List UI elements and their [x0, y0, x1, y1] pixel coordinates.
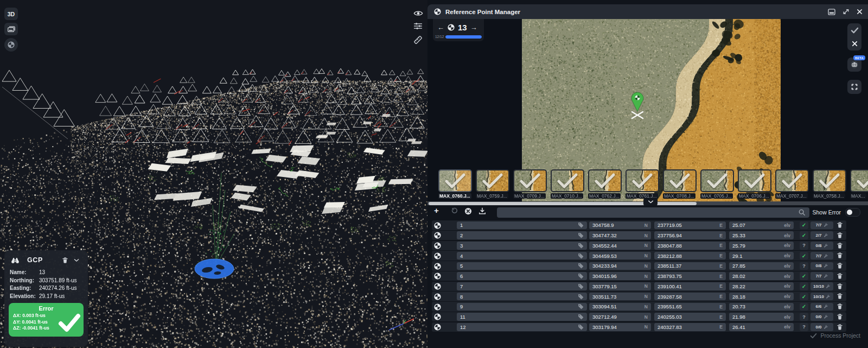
elevation-field[interactable]: 25.07 elv [729, 222, 794, 230]
table-row[interactable]: 5 304233.94 N 238511.37 E 27.85 elv ? 0/… [432, 261, 846, 271]
dock-panel-icon[interactable] [828, 9, 835, 15]
export-download-button[interactable] [478, 207, 486, 215]
delete-point-button[interactable] [837, 293, 843, 300]
tag-icon[interactable] [578, 324, 584, 330]
image-thumbnail[interactable]: MAX_0705.J... [700, 169, 734, 199]
table-row[interactable]: 2 304747.32 N 237756.94 E 25.33 elv ✓ 2/… [432, 231, 846, 241]
delete-point-button[interactable] [837, 252, 843, 259]
point-name-field[interactable]: 3 [457, 242, 587, 250]
northing-field[interactable]: 304459.53 N [589, 252, 651, 260]
binoculars-icon[interactable] [11, 257, 20, 264]
delete-point-button[interactable] [837, 313, 843, 320]
northing-field[interactable]: 304552.44 N [589, 242, 651, 250]
image-thumbnail[interactable]: MAX_0759.J... [476, 169, 509, 199]
point-name-field[interactable]: 12 [457, 323, 587, 331]
confirm-tag-button[interactable] [847, 23, 861, 37]
point-name-field[interactable]: 6 [457, 272, 587, 280]
elevation-field[interactable]: 20.73 elv [729, 303, 794, 311]
caret-down-icon[interactable] [74, 258, 79, 262]
fullscreen-button[interactable] [847, 80, 861, 94]
easting-field[interactable]: 239100.41 E [654, 282, 726, 290]
table-row[interactable]: 9 303094.51 N 239551.65 E 20.73 elv ✓ 6/… [432, 302, 846, 312]
northing-field[interactable]: 302712.49 N [589, 313, 651, 321]
undo-button[interactable] [450, 207, 458, 215]
tag-icon[interactable] [578, 232, 584, 238]
easting-field[interactable]: 237719.05 E [654, 222, 726, 230]
image-thumbnail[interactable]: MAX_0710.J... [551, 169, 584, 199]
table-row[interactable]: 11 302712.49 N 240255.03 E 21.98 elv ? 0… [432, 312, 846, 322]
image-thumbnail[interactable]: MAX... [850, 169, 868, 199]
image-count-pill[interactable]: 7/7 [810, 222, 833, 230]
wrench-icon[interactable] [826, 294, 831, 299]
image-count-pill[interactable]: 10/10 [810, 282, 833, 290]
tag-icon[interactable] [578, 283, 584, 289]
wrench-icon[interactable] [824, 263, 828, 268]
table-row[interactable]: 8 303511.73 N 239287.58 E 28.18 elv ✓ 10… [432, 292, 846, 301]
table-row[interactable]: 12 303179.94 N 240327.83 E 26.41 elv ? 0… [432, 322, 846, 332]
tag-icon[interactable] [578, 222, 584, 228]
collapse-thumbnails-button[interactable] [643, 198, 658, 205]
northing-field[interactable]: 303511.73 N [589, 293, 651, 301]
wrench-icon[interactable] [824, 233, 828, 238]
wrench-icon[interactable] [824, 325, 828, 330]
northing-field[interactable]: 303779.15 N [589, 282, 651, 290]
delete-point-button[interactable] [837, 273, 843, 280]
tag-icon[interactable] [578, 303, 584, 309]
image-count-pill[interactable]: 0/0 [810, 323, 833, 331]
prev-point-button[interactable]: ← [437, 24, 444, 31]
image-count-pill[interactable]: 10/10 [810, 293, 833, 301]
elevation-field[interactable]: 29.1 elv [729, 252, 794, 260]
tag-icon[interactable] [578, 243, 584, 249]
image-count-pill[interactable]: 6/6 [810, 303, 833, 311]
table-row[interactable]: 3 304552.44 N 238047.88 E 25.79 elv ? 0/… [432, 241, 846, 251]
show-error-toggle[interactable] [845, 208, 860, 217]
table-row[interactable]: 7 303779.15 N 239100.41 E 28.22 elv ✓ 10… [432, 282, 846, 292]
visibility-eye-icon[interactable] [413, 10, 423, 17]
wrench-icon[interactable] [824, 304, 828, 309]
easting-field[interactable]: 238047.88 E [654, 242, 726, 250]
point-name-field[interactable]: 7 [457, 282, 587, 290]
point-name-field[interactable]: 11 [457, 313, 587, 321]
elevation-field[interactable]: 26.41 elv [729, 323, 794, 331]
delete-point-button[interactable] [837, 242, 843, 249]
elevation-field[interactable]: 25.33 elv [729, 231, 794, 239]
table-row[interactable]: 6 304015.96 N 238793.75 E 28.02 elv ✓ 7/… [432, 271, 846, 281]
image-count-pill[interactable]: 7/7 [810, 272, 833, 280]
point-name-field[interactable]: 5 [457, 262, 587, 270]
image-count-pill[interactable]: 0/8 [810, 242, 833, 250]
easting-field[interactable]: 239551.65 E [654, 303, 726, 311]
elevation-field[interactable]: 28.02 elv [729, 272, 794, 280]
easting-field[interactable]: 238212.88 E [654, 252, 726, 260]
image-count-pill[interactable]: 0/0 [810, 313, 833, 321]
wrench-icon[interactable] [826, 284, 831, 289]
easting-field[interactable]: 237756.94 E [654, 231, 726, 239]
easting-field[interactable]: 240327.83 E [654, 323, 726, 331]
delete-point-button[interactable] [837, 324, 843, 331]
auto-detect-beta-button[interactable]: BETA [847, 58, 861, 72]
delete-point-button[interactable] [837, 303, 843, 310]
image-thumbnail[interactable]: MAX_0709.J... [513, 169, 547, 199]
elevation-field[interactable]: 28.22 elv [729, 282, 794, 290]
wrench-icon[interactable] [824, 274, 828, 279]
wrench-icon[interactable] [824, 314, 828, 319]
next-point-button[interactable]: → [470, 24, 477, 31]
image-count-pill[interactable]: 7/7 [810, 252, 833, 260]
add-point-button[interactable]: + [434, 206, 439, 215]
photos-button[interactable] [4, 23, 18, 35]
northing-field[interactable]: 303094.51 N [589, 303, 651, 311]
view-3d-button[interactable]: 3D [4, 8, 18, 20]
image-thumbnail[interactable]: MAX_0760.J... [438, 169, 472, 199]
table-row[interactable]: 4 304459.53 N 238212.88 E 29.1 elv ✓ 7/7 [432, 251, 846, 261]
reject-tag-button[interactable] [847, 37, 861, 50]
tag-icon[interactable] [578, 314, 584, 320]
point-name-field[interactable]: 2 [457, 231, 587, 239]
delete-point-button[interactable] [837, 283, 843, 290]
image-count-pill[interactable]: 0/8 [810, 262, 833, 270]
elevation-field[interactable]: 21.98 elv [729, 313, 794, 321]
table-row[interactable]: 1 304758.9 N 237719.05 E 25.07 elv ✓ 7/7 [432, 220, 846, 230]
tag-icon[interactable] [578, 294, 584, 300]
elevation-field[interactable]: 27.85 elv [729, 262, 794, 270]
image-thumbnail[interactable]: MAX_0706.J... [738, 169, 771, 199]
measure-ruler-icon[interactable] [413, 35, 423, 45]
tag-icon[interactable] [578, 263, 584, 269]
